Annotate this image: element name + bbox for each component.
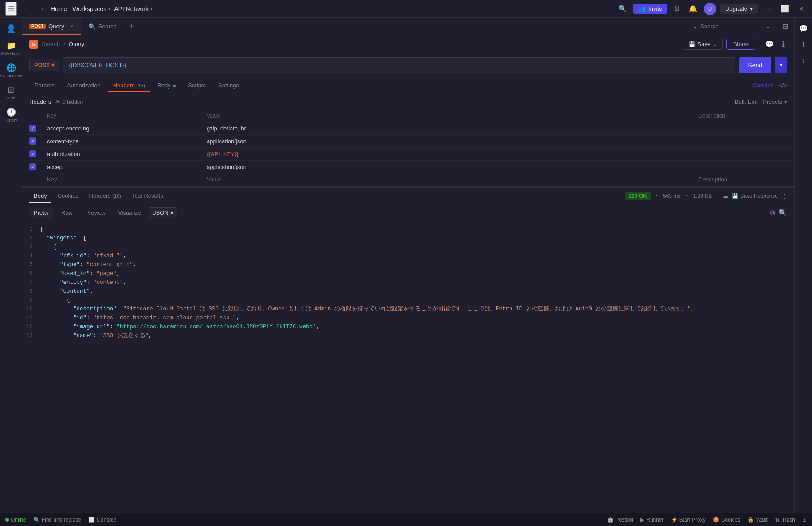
tab-search[interactable]: 🔍 Search [81, 18, 124, 35]
code-line-5: 5 "type": "content_grid", [22, 260, 794, 269]
maximize-button[interactable]: ⬜ [778, 3, 792, 15]
right-info-icon[interactable]: ℹ [796, 37, 811, 51]
format-raw-button[interactable]: Raw [57, 208, 77, 218]
request-tabs: Params Authorization Headers (13) Body S… [22, 77, 794, 94]
tab-scripts[interactable]: Scripts [183, 79, 211, 92]
headers-actions: ⋯ Bulk Edit Presets ▾ [723, 98, 787, 105]
postbot-button[interactable]: 🤖 Postbot [607, 517, 634, 523]
home-label: Home [51, 5, 67, 12]
tab-settings[interactable]: Settings [213, 79, 244, 92]
sidebar-item-account[interactable]: 👤 [1, 21, 21, 36]
vault-button[interactable]: 🔒 Vault [747, 517, 767, 523]
find-replace-icon: 🔍 [33, 517, 40, 523]
resp-time: • [656, 193, 658, 199]
code-icon[interactable]: </> [779, 82, 787, 89]
runner-button[interactable]: ▶ Runner [640, 517, 663, 523]
format-preview-button[interactable]: Preview [81, 208, 110, 218]
api-network-menu[interactable]: API Network ▾ [114, 5, 153, 12]
back-button[interactable]: ← [20, 4, 32, 14]
invite-button[interactable]: 👥 Invite [633, 4, 667, 14]
share-button[interactable]: Share [726, 39, 755, 50]
headers-section: Headers 👁 9 hidden ⋯ Bulk Edit Presets ▾ [22, 94, 794, 186]
resp-tab-headers[interactable]: Headers (16) [85, 189, 126, 203]
comment-icon[interactable]: 💬 [762, 38, 777, 50]
menu-icon-button[interactable]: ☰ [5, 2, 17, 16]
tab-close-icon[interactable]: ✕ [70, 24, 74, 29]
method-label: POST [34, 62, 50, 68]
apis-label: APIs [7, 96, 15, 100]
url-input[interactable] [63, 57, 735, 73]
sidebar-item-apis[interactable]: ⊞ APIs [1, 82, 21, 103]
row-4-checkbox[interactable]: ✓ [29, 163, 36, 170]
json-format-select[interactable]: JSON ▾ [149, 207, 177, 218]
save-response-button[interactable]: 💾 Save Response [732, 193, 778, 199]
resp-tab-body[interactable]: Body [29, 189, 51, 203]
online-dot [5, 518, 9, 522]
notifications-button[interactable]: 🔔 [686, 3, 700, 15]
sidebar-item-history[interactable]: 🕐 History [1, 105, 21, 125]
copy-button[interactable]: ⧉ [770, 209, 775, 217]
cookies-button[interactable]: 🍪 Cookies [713, 517, 740, 523]
tab-params[interactable]: Params [29, 79, 60, 92]
send-dropdown-button[interactable]: ▾ [775, 57, 787, 73]
resp-tab-test-results[interactable]: Test Results [127, 189, 168, 203]
row-3-checkbox[interactable]: ✓ [29, 150, 36, 157]
minimize-button[interactable]: — [762, 3, 774, 15]
right-sidebar: 💬 ℹ ↕ [794, 18, 812, 513]
tab-body[interactable]: Body [152, 79, 181, 92]
save-button[interactable]: 💾 Save ⌄ [683, 39, 723, 50]
start-proxy-button[interactable]: ⚡ Start Proxy [671, 517, 706, 523]
cloud-icon: ☁ [722, 192, 728, 199]
bulk-edit-button[interactable]: Bulk Edit [735, 98, 757, 105]
close-button[interactable]: ✕ [796, 3, 807, 15]
upgrade-button[interactable]: Upgrade ▾ [720, 4, 758, 14]
row-2-checkbox[interactable]: ✓ [29, 137, 36, 145]
console-button[interactable]: ⬜ Console [88, 517, 116, 523]
workspaces-menu[interactable]: Workspaces ▾ [72, 5, 110, 12]
cookies-link[interactable]: Cookies [753, 82, 773, 89]
avatar[interactable]: U [704, 3, 716, 15]
settings-button[interactable]: ⚙ [671, 3, 683, 15]
tab-search-icon: 🔍 [88, 23, 96, 30]
tab-headers[interactable]: Headers (13) [108, 79, 150, 92]
row-1-checkbox[interactable]: ✓ [29, 125, 36, 132]
cookies-icon: 🍪 [713, 517, 719, 523]
send-button[interactable]: Send [739, 57, 771, 73]
find-replace-button[interactable]: 🔍 Find and replace [33, 517, 81, 523]
sidebar-item-collections[interactable]: 📁 Collections [1, 38, 21, 59]
add-tab-button[interactable]: + [124, 18, 140, 35]
search-button[interactable]: 🔍 [616, 3, 630, 15]
col-value-header: Value [207, 113, 698, 119]
info-icon[interactable]: ℹ [779, 38, 787, 50]
code-view[interactable]: 1 { 2 "widgets": [ 3 { 4 "rfk_id": "rfki… [22, 221, 794, 513]
presets-button[interactable]: Presets ▾ [763, 98, 787, 105]
tab-authorization[interactable]: Authorization [62, 79, 106, 92]
tabs-layout-button[interactable]: ⊟ [780, 20, 791, 32]
grid-layout-button[interactable]: ⊞ [802, 517, 807, 523]
filter-icon[interactable]: ≡ [181, 209, 184, 216]
resp-search-button[interactable]: 🔍 [778, 208, 787, 217]
method-select[interactable]: POST ▾ [29, 59, 59, 71]
environments-icon: 🌐 [6, 63, 16, 73]
resp-size-separator: • [686, 193, 687, 199]
format-pretty-button[interactable]: Pretty [29, 208, 53, 218]
format-visualize-button[interactable]: Visualize [114, 208, 145, 218]
sidebar-item-environments[interactable]: 🌐 Environments [1, 60, 21, 81]
more-icon[interactable]: ⋯ [723, 98, 730, 105]
resp-tab-cookies[interactable]: Cookies [53, 189, 83, 203]
code-line-8: 8 "content": [ [22, 287, 794, 296]
topbar: ☰ ← → Home Workspaces ▾ API Network ▾ 🔍 … [0, 0, 812, 18]
url-bar: POST ▾ Send ▾ [22, 53, 794, 77]
partial-value: Value [207, 176, 698, 183]
right-comment-icon[interactable]: 💬 [796, 21, 811, 35]
tabs-search[interactable]: ⌄ Search ⌄ [687, 18, 776, 35]
table-header-row: Key Value Description [22, 110, 794, 122]
forward-button[interactable]: → [35, 4, 47, 14]
row-2-key: content-type [47, 138, 207, 145]
tab-post-query[interactable]: POST Query ✕ [22, 18, 81, 35]
trash-button[interactable]: 🗑 Trash [775, 517, 795, 523]
api-network-label: API Network [114, 5, 149, 12]
right-resize-icon[interactable]: ↕ [796, 53, 811, 67]
resp-more-button[interactable]: ⋮ [781, 192, 787, 199]
avatar-initial: U [708, 6, 712, 12]
